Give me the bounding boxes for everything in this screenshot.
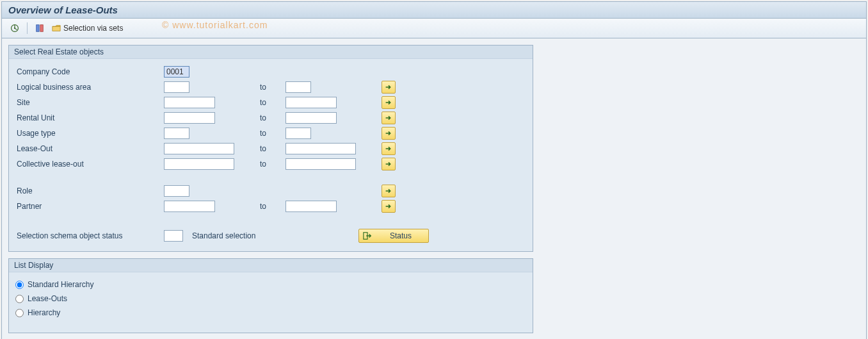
radio-label: Lease-Outs — [28, 294, 67, 303]
arrow-right-icon — [384, 144, 393, 153]
label-lease-out: Lease-Out — [15, 144, 164, 153]
input-lease-out-from[interactable] — [164, 143, 234, 154]
input-usage-type-from[interactable] — [164, 128, 189, 139]
label-logical-ba: Logical business area — [15, 83, 164, 92]
radio-input-lease-outs[interactable] — [15, 295, 24, 303]
row-collective: Collective lease-out to — [15, 156, 526, 172]
group-header: List Display — [9, 259, 533, 272]
multi-select-usage-type[interactable] — [382, 127, 396, 140]
input-company-code[interactable] — [164, 66, 189, 78]
folder-icon — [52, 24, 61, 33]
svg-point-1 — [14, 28, 15, 29]
arrow-right-icon — [384, 113, 393, 122]
multi-select-rental-unit[interactable] — [382, 112, 396, 124]
arrow-right-icon — [384, 98, 393, 107]
selection-via-sets-button[interactable]: Selection via sets — [50, 21, 127, 35]
label-standard-selection: Standard selection — [192, 231, 358, 240]
multi-select-lease-out[interactable] — [382, 142, 396, 155]
radio-standard-hierarchy[interactable]: Standard Hierarchy — [15, 277, 526, 292]
arrow-right-icon — [384, 186, 393, 195]
to-label: to — [260, 98, 285, 107]
row-rental-unit: Rental Unit to — [15, 110, 526, 126]
to-label: to — [260, 129, 285, 138]
radio-hierarchy[interactable]: Hierarchy — [15, 306, 526, 320]
list-display-group: List Display Standard Hierarchy Lease-Ou… — [8, 258, 533, 333]
status-button-label: Status — [377, 231, 424, 240]
input-status-schema[interactable] — [164, 230, 183, 242]
row-role: Role — [15, 183, 526, 199]
label-partner: Partner — [15, 202, 164, 211]
input-partner-to[interactable] — [285, 201, 337, 212]
execute-icon — [10, 24, 19, 33]
svg-rect-2 — [36, 25, 39, 32]
row-company-code: Company Code — [15, 64, 526, 79]
multi-select-partner[interactable] — [382, 200, 396, 213]
multi-select-collective[interactable] — [382, 158, 396, 170]
arrow-right-icon — [384, 129, 393, 138]
row-usage-type: Usage type to — [15, 126, 526, 141]
page-title: Overview of Lease-Outs — [2, 2, 866, 19]
radio-lease-outs[interactable]: Lease-Outs — [15, 292, 526, 306]
toolbar: Selection via sets © www.tutorialkart.co… — [2, 19, 866, 38]
input-collective-from[interactable] — [164, 158, 234, 170]
label-site: Site — [15, 98, 164, 107]
row-partner: Partner to — [15, 199, 526, 214]
input-lease-out-to[interactable] — [285, 143, 356, 154]
select-real-estate-group: Select Real Estate objects Company Code … — [8, 45, 533, 252]
multi-select-role[interactable] — [382, 185, 396, 197]
arrow-exit-icon — [363, 231, 372, 240]
variant-icon — [35, 24, 44, 33]
radio-input-hierarchy[interactable] — [15, 309, 24, 317]
status-button[interactable]: Status — [358, 229, 429, 243]
to-label: to — [260, 144, 285, 153]
arrow-right-icon — [384, 202, 393, 211]
label-company-code: Company Code — [15, 67, 164, 76]
radio-label: Standard Hierarchy — [28, 280, 93, 289]
arrow-right-icon — [384, 83, 393, 92]
arrow-right-icon — [384, 160, 393, 169]
radio-label: Hierarchy — [28, 308, 60, 317]
execute-button[interactable] — [7, 21, 22, 35]
label-rental-unit: Rental Unit — [15, 113, 164, 122]
row-lease-out: Lease-Out to — [15, 141, 526, 156]
multi-select-site[interactable] — [382, 96, 396, 109]
input-rental-unit-from[interactable] — [164, 112, 215, 124]
row-status: Selection schema object status Standard … — [15, 228, 526, 244]
row-site: Site to — [15, 95, 526, 110]
svg-rect-3 — [40, 25, 43, 32]
input-collective-to[interactable] — [285, 158, 356, 170]
label-usage-type: Usage type — [15, 129, 164, 138]
label-status-schema: Selection schema object status — [15, 231, 164, 240]
to-label: to — [260, 83, 285, 92]
to-label: to — [260, 160, 285, 169]
input-rental-unit-to[interactable] — [285, 112, 337, 124]
input-site-from[interactable] — [164, 97, 215, 108]
input-usage-type-to[interactable] — [285, 128, 311, 139]
input-logical-ba-to[interactable] — [285, 81, 311, 93]
to-label: to — [260, 113, 285, 122]
input-role[interactable] — [164, 185, 189, 197]
multi-select-logical-ba[interactable] — [382, 81, 396, 94]
label-collective: Collective lease-out — [15, 160, 164, 169]
content-area: Select Real Estate objects Company Code … — [2, 38, 866, 339]
input-site-to[interactable] — [285, 97, 337, 108]
selection-via-sets-label: Selection via sets — [63, 24, 123, 33]
group-header: Select Real Estate objects — [9, 45, 533, 59]
label-role: Role — [15, 186, 164, 195]
toolbar-separator — [27, 22, 28, 34]
watermark-text: © www.tutorialkart.com — [162, 20, 268, 30]
variant-button[interactable] — [32, 21, 47, 35]
to-label: to — [260, 202, 285, 211]
row-logical-ba: Logical business area to — [15, 79, 526, 95]
input-partner-from[interactable] — [164, 201, 215, 212]
radio-input-standard-hierarchy[interactable] — [15, 281, 24, 289]
input-logical-ba-from[interactable] — [164, 81, 189, 93]
